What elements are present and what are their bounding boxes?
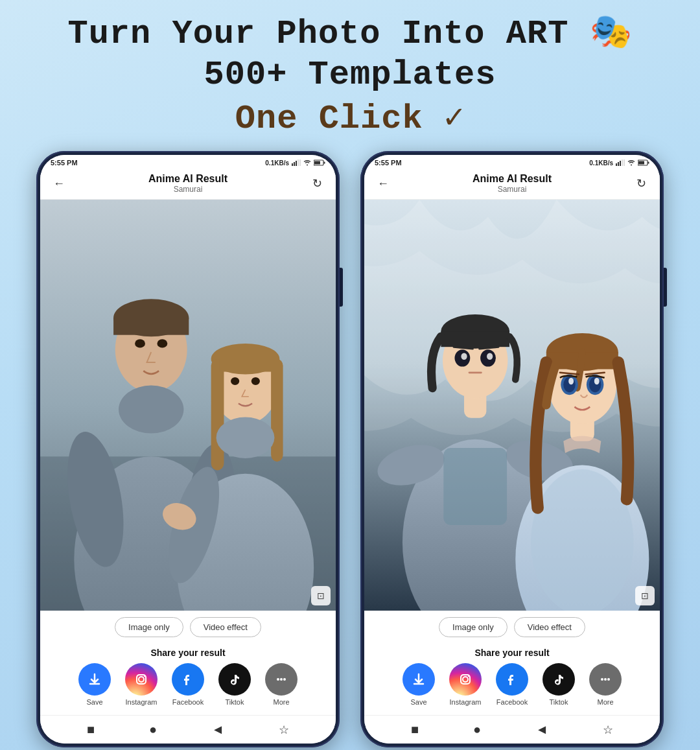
signal-text-right: 0.1KB/s (589, 159, 613, 167)
phone-left: 5:55 PM 0.1KB/s (36, 151, 340, 747)
tab-image-only-right[interactable]: Image only (439, 617, 508, 637)
share-more-left[interactable]: More (265, 663, 298, 706)
svg-point-37 (280, 678, 283, 681)
svg-point-28 (231, 377, 239, 385)
refresh-button-right[interactable]: ↻ (631, 174, 651, 193)
bottom-circle-left[interactable]: ● (149, 722, 157, 737)
wifi-icon-right (627, 159, 635, 166)
svg-rect-46 (648, 162, 649, 164)
share-icons-right: Save Instagram (371, 663, 653, 709)
svg-point-16 (135, 339, 145, 347)
instagram-circle-left (125, 663, 158, 696)
share-save-left[interactable]: Save (78, 663, 111, 706)
expand-icon-right[interactable]: ⊡ (635, 586, 655, 605)
share-facebook-right[interactable]: Facebook (496, 663, 528, 706)
svg-point-17 (157, 339, 167, 347)
svg-rect-25 (211, 359, 224, 471)
share-instagram-left[interactable]: Instagram (125, 663, 158, 706)
svg-point-35 (144, 675, 145, 677)
more-icon-left (274, 672, 288, 686)
status-right-left: 0.1KB/s (265, 159, 325, 167)
facebook-label-left: Facebook (172, 698, 204, 706)
svg-point-73 (568, 378, 574, 385)
title-text-2: 500+ Templates (204, 56, 496, 94)
svg-point-38 (283, 678, 286, 681)
share-tiktok-right[interactable]: Tiktok (542, 663, 575, 706)
tiktok-icon-right (552, 672, 566, 686)
nav-title-sub-right: Samurai (472, 185, 552, 194)
nav-title-sub-left: Samurai (148, 185, 228, 194)
svg-point-76 (463, 677, 468, 682)
bottom-nav-left: ■ ● ◄ ☆ (40, 715, 336, 744)
facebook-label-right: Facebook (496, 698, 528, 706)
bottom-back-left[interactable]: ◄ (211, 722, 224, 737)
save-circle-left (78, 663, 111, 696)
title-text-1: Turn Your Photo Into ART (67, 15, 568, 53)
svg-rect-41 (620, 161, 621, 166)
bottom-nav-right: ■ ● ◄ ☆ (364, 715, 660, 744)
title-text-3: One Click ✓ (235, 100, 465, 138)
wifi-icon-left (303, 159, 311, 166)
svg-point-77 (468, 675, 469, 677)
tiktok-label-right: Tiktok (550, 698, 568, 706)
svg-rect-47 (638, 161, 644, 165)
svg-point-18 (119, 386, 183, 434)
bottom-star-right[interactable]: ☆ (603, 723, 613, 737)
status-right-right: 0.1KB/s (589, 159, 649, 167)
share-icons-left: Save Instagram (47, 663, 329, 709)
nav-title-left: Anime AI Result Samurai (148, 173, 228, 194)
svg-point-44 (631, 165, 632, 166)
share-section-left: Share your result Save (40, 644, 336, 715)
nav-title-main-right: Anime AI Result (472, 173, 552, 185)
bottom-back-right[interactable]: ◄ (535, 722, 548, 737)
expand-icon-left[interactable]: ⊡ (311, 586, 331, 605)
more-label-left: More (273, 698, 289, 706)
save-icon-left (88, 672, 102, 686)
facebook-icon-right (505, 672, 519, 686)
bottom-square-left[interactable]: ■ (87, 722, 95, 737)
svg-rect-26 (271, 359, 283, 462)
tiktok-circle-right (542, 663, 575, 696)
share-section-right: Share your result Save (364, 644, 660, 715)
phone-right-inner: 5:55 PM 0.1KB/s (364, 155, 660, 744)
tab-video-effect-right[interactable]: Video effect (514, 617, 585, 637)
svg-rect-7 (324, 162, 325, 164)
svg-rect-8 (314, 161, 320, 165)
svg-rect-3 (298, 159, 299, 166)
svg-rect-56 (441, 331, 509, 347)
back-button-right[interactable]: ← (373, 174, 393, 193)
tab-image-only-left[interactable]: Image only (115, 617, 183, 637)
svg-rect-42 (622, 159, 623, 166)
refresh-button-left[interactable]: ↻ (307, 174, 327, 193)
phone-side-button-left (340, 268, 343, 307)
svg-point-5 (307, 165, 308, 166)
signal-text-left: 0.1KB/s (265, 159, 289, 167)
share-instagram-right[interactable]: Instagram (449, 663, 482, 706)
svg-rect-0 (292, 163, 293, 166)
svg-point-79 (604, 678, 607, 681)
bottom-star-left[interactable]: ☆ (279, 723, 289, 737)
tiktok-label-left: Tiktok (226, 698, 244, 706)
battery-icon-left (314, 159, 325, 166)
anime-couple-svg-right (364, 200, 660, 611)
phone-left-inner: 5:55 PM 0.1KB/s (40, 155, 336, 744)
share-facebook-left[interactable]: Facebook (172, 663, 204, 706)
share-title-left: Share your result (47, 648, 329, 658)
share-tiktok-left[interactable]: Tiktok (218, 663, 251, 706)
instagram-icon-right (458, 672, 472, 686)
nav-title-right: Anime AI Result Samurai (472, 173, 552, 194)
bottom-circle-right[interactable]: ● (473, 722, 481, 737)
share-title-right: Share your result (371, 648, 653, 658)
instagram-label-right: Instagram (450, 698, 482, 706)
share-save-right[interactable]: Save (402, 663, 435, 706)
bottom-square-right[interactable]: ■ (411, 722, 419, 737)
svg-rect-27 (220, 359, 275, 372)
header: Turn Your Photo Into ART 🎭 500+ Template… (0, 0, 700, 138)
share-more-right[interactable]: More (589, 663, 622, 706)
back-button-left[interactable]: ← (49, 174, 69, 193)
more-icon-right (598, 672, 612, 686)
signal-icon-left (292, 159, 301, 166)
save-icon-right (412, 672, 426, 686)
tab-video-effect-left[interactable]: Video effect (190, 617, 261, 637)
phone-side-button-right (664, 268, 667, 307)
